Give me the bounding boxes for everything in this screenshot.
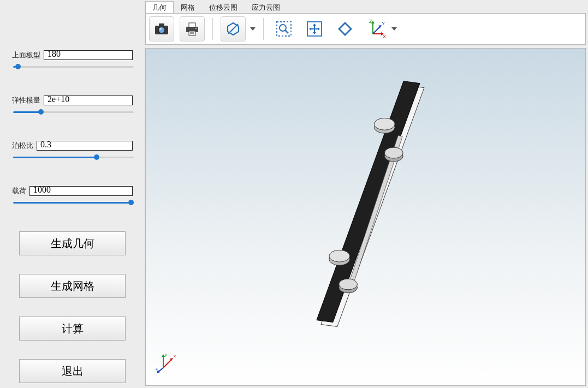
svg-rect-1 [159, 23, 164, 26]
svg-point-35 [339, 279, 358, 290]
toolbar: Z Y X [145, 13, 586, 45]
tab-mesh[interactable]: 网格 [174, 1, 202, 13]
param-poisson-ratio: 泊松比 [12, 141, 133, 160]
svg-text:z: z [156, 366, 158, 371]
elastic-modulus-slider[interactable] [13, 111, 134, 113]
view-area: 几何 网格 位移云图 应力云图 [145, 0, 588, 388]
compute-button[interactable]: 计算 [19, 317, 126, 341]
generate-geometry-button[interactable]: 生成几何 [19, 231, 126, 255]
axes-icon: Z Y X [366, 19, 387, 39]
zoom-box-icon [275, 20, 293, 38]
side-panel: 上面板型 弹性模量 泊松比 载荷 [0, 0, 145, 388]
chevron-down-icon [391, 27, 397, 31]
svg-rect-6 [189, 23, 195, 27]
print-button[interactable] [180, 16, 205, 41]
svg-point-33 [329, 250, 350, 262]
printer-icon [184, 21, 200, 37]
svg-point-29 [374, 118, 395, 130]
exit-button[interactable]: 退出 [19, 359, 126, 383]
svg-line-38 [163, 359, 172, 368]
poisson-ratio-slider[interactable] [13, 157, 134, 158]
param-elastic-modulus: 弹性模量 [12, 95, 133, 115]
svg-text:x: x [174, 354, 176, 359]
tab-geometry[interactable]: 几何 [145, 1, 174, 13]
svg-text:y: y [165, 352, 167, 357]
fit-view-icon [305, 20, 324, 38]
screenshot-button[interactable] [149, 16, 174, 41]
param-top-plate: 上面板型 [12, 50, 133, 69]
tab-strip: 几何 网格 位移云图 应力云图 [145, 1, 588, 13]
param-label: 弹性模量 [12, 95, 40, 105]
fit-view-button[interactable] [302, 16, 327, 41]
svg-line-21 [373, 26, 381, 34]
svg-point-10 [195, 28, 197, 29]
generate-mesh-button[interactable]: 生成网格 [19, 274, 126, 298]
tab-displacement[interactable]: 位移云图 [202, 1, 245, 13]
load-input[interactable] [32, 186, 130, 195]
camera-icon [153, 21, 170, 37]
param-label: 上面板型 [12, 50, 40, 60]
toolbar-separator [263, 18, 264, 40]
rotate-diamond-icon [336, 20, 354, 38]
tab-stress[interactable]: 应力云图 [245, 1, 287, 13]
param-load: 载荷 [12, 186, 133, 205]
axes-orientation-button[interactable]: Z Y X [366, 19, 397, 39]
chevron-down-icon [250, 27, 256, 31]
geometry-model [146, 49, 585, 385]
svg-line-15 [285, 30, 288, 33]
top-plate-slider[interactable] [13, 66, 134, 68]
orientation-triad-icon: x y z [156, 351, 180, 373]
svg-marker-26 [317, 81, 420, 323]
shading-mode-button[interactable] [221, 16, 256, 41]
toolbar-separator [212, 18, 213, 40]
svg-point-31 [384, 147, 403, 158]
load-slider[interactable] [13, 202, 134, 204]
hexagon-slash-icon [225, 21, 241, 37]
svg-text:Z: Z [369, 19, 372, 24]
svg-point-4 [159, 28, 162, 30]
param-label: 载荷 [12, 186, 26, 196]
rotate-view-button[interactable] [332, 16, 358, 41]
viewport-3d[interactable]: x y z [145, 48, 586, 386]
svg-text:X: X [383, 34, 386, 39]
param-label: 泊松比 [12, 141, 33, 151]
svg-text:Y: Y [382, 21, 385, 26]
svg-rect-13 [277, 22, 291, 36]
elastic-modulus-input[interactable] [46, 95, 130, 105]
zoom-box-button[interactable] [271, 16, 296, 41]
svg-rect-7 [189, 31, 195, 35]
poisson-ratio-input[interactable] [39, 141, 130, 150]
top-plate-input[interactable] [46, 50, 130, 59]
